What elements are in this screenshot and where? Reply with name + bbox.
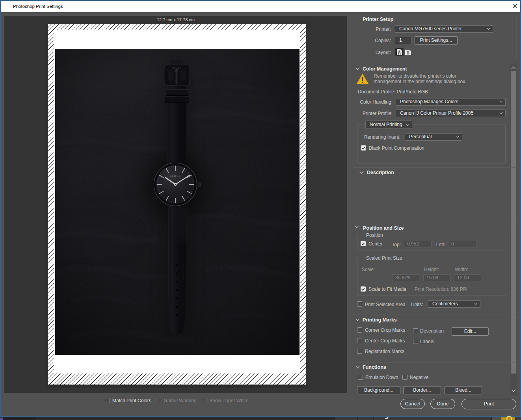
svg-text:CLUSE: CLUSE [172,67,181,69]
svg-text:CLUSE: CLUSE [169,175,181,177]
